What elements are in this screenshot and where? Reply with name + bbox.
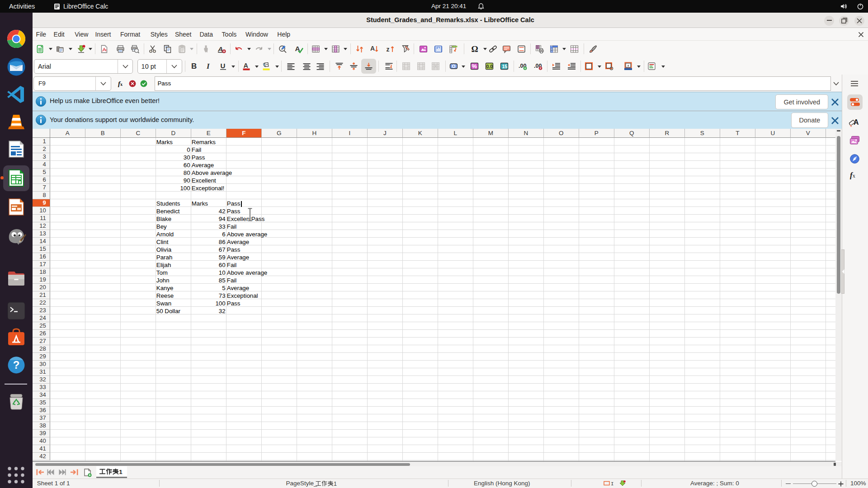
svg-text:I: I <box>611 481 614 486</box>
svg-text:I: I <box>206 62 210 70</box>
svg-text:1: 1 <box>119 469 123 475</box>
svg-text:Ω: Ω <box>471 45 478 53</box>
svg-text:%: % <box>472 63 476 70</box>
svg-text:0.0: 0.0 <box>486 64 493 69</box>
svg-text:1: 1 <box>334 481 337 487</box>
svg-text:A: A <box>243 62 248 69</box>
svg-text:?: ? <box>13 359 20 371</box>
svg-text:z: z <box>386 46 389 53</box>
svg-text:B: B <box>191 62 197 70</box>
svg-text:15: 15 <box>502 64 507 69</box>
svg-text:U: U <box>220 62 225 70</box>
svg-text:A: A <box>217 45 223 53</box>
svg-text:A: A <box>370 45 375 52</box>
